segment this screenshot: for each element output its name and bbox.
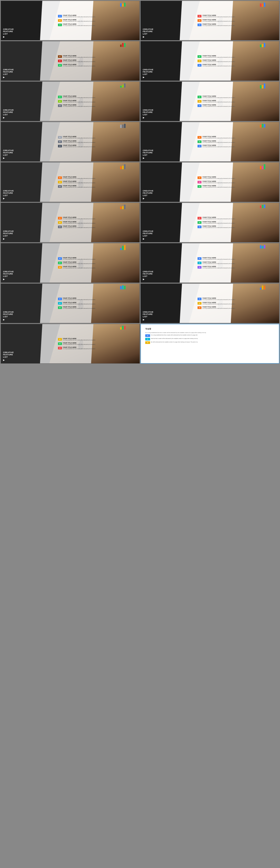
feature-number: 03 xyxy=(198,104,201,107)
feature-text: YOUR TITLE HERE It is a long established… xyxy=(202,55,275,58)
feature-item: 02 YOUR TITLE HERE It is a long establis… xyxy=(198,19,275,22)
feature-desc: It is a long established fact that a rea… xyxy=(202,57,275,58)
feature-text: YOUR TITLE HERE It is a long established… xyxy=(202,306,275,309)
feature-number: 03 xyxy=(58,104,62,107)
feature-number: 02 xyxy=(58,221,62,224)
feature-item: 03 YOUR TITLE HERE It is a long establis… xyxy=(58,64,136,67)
slide-3: 01 YOUR TITLE HERE It is a long establis… xyxy=(1,41,140,81)
feature-number: 01 xyxy=(58,136,62,139)
feature-text: YOUR TITLE HERE It is a long established… xyxy=(202,136,275,139)
feature-desc: It is a long established fact that a rea… xyxy=(202,182,275,184)
slide-arrow: ▶ xyxy=(3,157,30,159)
feature-desc: It is a long established fact that a rea… xyxy=(202,137,275,139)
feature-item: 03 YOUR TITLE HERE It is a long establis… xyxy=(198,104,275,107)
feature-text: YOUR TITLE HERE It is a long established… xyxy=(63,181,136,184)
feature-desc: It is a long established fact that a rea… xyxy=(63,178,136,179)
feature-number: 01 xyxy=(198,136,201,139)
slide-arrow: ▶ xyxy=(3,278,30,280)
slide-1: 01 YOUR TITLE HERE It is a long establis… xyxy=(1,1,140,40)
feature-item: 03 YOUR TITLE HERE It is a long establis… xyxy=(198,23,275,26)
feature-desc: It is a long established fact that a rea… xyxy=(63,223,136,224)
feature-desc: It is a long established fact that a rea… xyxy=(63,101,136,103)
feature-text: YOUR TITLE HERE It is a long established… xyxy=(202,221,275,224)
feature-title: YOUR TITLE HERE xyxy=(202,266,275,267)
feature-title: YOUR TITLE HERE xyxy=(63,95,136,97)
feature-title: YOUR TITLE HERE xyxy=(202,59,275,61)
feature-number: 02 xyxy=(198,141,201,143)
feature-desc: It is a long established fact that a rea… xyxy=(63,304,136,305)
feature-number: 02 xyxy=(198,19,201,22)
feature-item: 03 YOUR TITLE HERE It is a long establis… xyxy=(58,266,136,269)
feature-title: YOUR TITLE HERE xyxy=(202,136,275,137)
slide-arrow: ▶ xyxy=(3,36,30,38)
feature-text: YOUR TITLE HERE It is a long established… xyxy=(63,342,136,345)
slide-7: 01 YOUR TITLE HERE It is a long establis… xyxy=(1,122,140,162)
feature-item: 02 YOUR TITLE HERE It is a long establis… xyxy=(58,261,136,265)
feature-number: 03 xyxy=(198,306,201,309)
feature-title: YOUR TITLE HERE xyxy=(63,298,136,299)
feature-number: 03 xyxy=(58,347,62,349)
feature-desc: It is a long established fact that a rea… xyxy=(202,101,275,103)
feature-number: 03 xyxy=(198,64,201,67)
feature-title: YOUR TITLE HERE xyxy=(202,55,275,57)
feature-number: 03 xyxy=(198,266,201,269)
feature-desc: It is a long established fact that a rea… xyxy=(63,259,136,260)
slide-label: CREATIVE FEATURE LIST xyxy=(3,190,30,196)
feature-item: 01 YOUR TITLE HERE It is a long establis… xyxy=(58,14,136,18)
feature-item: 02 YOUR TITLE HERE It is a long establis… xyxy=(198,261,275,265)
feature-number: 01 xyxy=(198,257,201,260)
slide-label: CREATIVE FEATURE LIST xyxy=(3,351,30,358)
slide-arrow: ▶ xyxy=(143,197,169,199)
feature-title: YOUR TITLE HERE xyxy=(202,221,275,222)
feature-item: 03 YOUR TITLE HERE It is a long establis… xyxy=(58,104,136,107)
feature-item: 01 YOUR TITLE HERE It is a long establis… xyxy=(58,95,136,98)
feature-desc: It is a long established fact that a rea… xyxy=(202,263,275,265)
feature-title: YOUR TITLE HERE xyxy=(63,19,136,21)
feature-title: YOUR TITLE HERE xyxy=(63,176,136,178)
feature-item: 01 YOUR TITLE HERE It is a long establis… xyxy=(198,298,275,301)
feature-title: YOUR TITLE HERE xyxy=(63,136,136,137)
feature-text: YOUR TITLE HERE It is a long established… xyxy=(63,64,136,67)
feature-desc: It is a long established fact that a rea… xyxy=(202,227,275,228)
feature-desc: It is a long established fact that a rea… xyxy=(202,299,275,301)
feature-number: 02 xyxy=(58,100,62,103)
feature-item: 03 YOUR TITLE HERE It is a long establis… xyxy=(198,64,275,67)
hl-item2-num: 02 xyxy=(145,338,150,340)
feature-title: YOUR TITLE HERE xyxy=(63,185,136,186)
slide-4: 01 YOUR TITLE HERE It is a long establis… xyxy=(140,41,280,81)
feature-number: 01 xyxy=(198,96,201,98)
feature-desc: It is a long established fact that a rea… xyxy=(63,227,136,228)
feature-title: YOUR TITLE HERE xyxy=(63,306,136,308)
feature-number: 01 xyxy=(58,177,62,179)
feature-desc: It is a long established fact that a rea… xyxy=(202,65,275,67)
hl-item3-num: 03 xyxy=(145,341,150,344)
feature-text: YOUR TITLE HERE It is a long established… xyxy=(63,221,136,224)
feature-number: 02 xyxy=(198,261,201,264)
feature-number: 01 xyxy=(58,96,62,98)
feature-text: YOUR TITLE HERE It is a long established… xyxy=(63,145,136,148)
feature-desc: It is a long established fact that a rea… xyxy=(202,223,275,224)
slide-arrow: ▶ xyxy=(143,278,169,280)
feature-text: YOUR TITLE HERE It is a long established… xyxy=(202,298,275,301)
feature-desc: It is a long established fact that a rea… xyxy=(63,146,136,148)
feature-text: YOUR TITLE HERE It is a long established… xyxy=(63,55,136,58)
feature-desc: It is a long established fact that a rea… xyxy=(202,178,275,179)
feature-item: 02 YOUR TITLE HERE It is a long establis… xyxy=(58,140,136,143)
feature-text: YOUR TITLE HERE It is a long established… xyxy=(202,14,275,18)
feature-desc: It is a long established fact that a rea… xyxy=(63,21,136,22)
feature-text: YOUR TITLE HERE It is a long established… xyxy=(63,95,136,98)
slide-arrow: ▶ xyxy=(143,36,169,38)
feature-title: YOUR TITLE HERE xyxy=(63,257,136,258)
feature-desc: It is a long established fact that a rea… xyxy=(63,106,136,107)
feature-text: YOUR TITLE HERE It is a long established… xyxy=(202,95,275,98)
slide-arrow: ▶ xyxy=(3,197,30,199)
feature-number: 03 xyxy=(198,145,201,147)
feature-title: YOUR TITLE HERE xyxy=(202,140,275,142)
slide-label: CREATIVE FEATURE LIST xyxy=(3,68,30,75)
feature-text: YOUR TITLE HERE It is a long established… xyxy=(202,257,275,260)
feature-item: 03 YOUR TITLE HERE It is a long establis… xyxy=(58,185,136,188)
feature-text: YOUR TITLE HERE It is a long established… xyxy=(202,23,275,26)
feature-text: YOUR TITLE HERE It is a long established… xyxy=(63,298,136,301)
feature-number: 03 xyxy=(198,185,201,188)
feature-number: 01 xyxy=(58,217,62,219)
